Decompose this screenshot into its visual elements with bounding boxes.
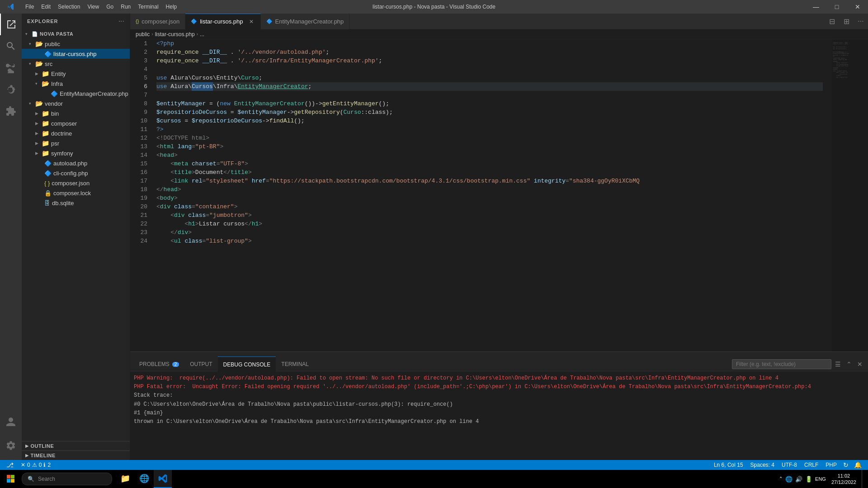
tray-eng[interactable]: ENG: [815, 476, 826, 482]
tree-composer-dir[interactable]: ▶ 📁 composer: [22, 118, 130, 128]
activity-icon-explorer[interactable]: [0, 14, 22, 35]
tree-listar-cursos[interactable]: 🔷 listar-cursos.php: [22, 49, 130, 59]
activity-icon-search[interactable]: [0, 35, 22, 57]
tab-entity-manager[interactable]: 🔷 EntityManagerCreator.php: [261, 14, 350, 29]
menu-view[interactable]: View: [84, 2, 103, 12]
code-line-14: <head>: [156, 151, 823, 160]
tree-cli-config[interactable]: 🔷 cli-config.php: [22, 168, 130, 178]
tray-network[interactable]: 🌐: [785, 476, 793, 483]
breadcrumb-sep-1: ›: [151, 32, 153, 37]
tree-public[interactable]: ▾ 📂 public: [22, 39, 130, 49]
filter-layout-icon[interactable]: ☰: [833, 360, 843, 369]
panel-tab-output[interactable]: OUTPUT: [184, 357, 217, 372]
titlebar: File Edit Selection View Go Run Terminal…: [0, 0, 868, 14]
status-sync[interactable]: ↻: [840, 460, 851, 470]
tree-db-sqlite[interactable]: 🗄 db.sqlite: [22, 198, 130, 208]
menu-go[interactable]: Go: [103, 2, 117, 12]
panel-tab-debug-console[interactable]: DEBUG CONSOLE: [218, 357, 276, 372]
status-line-ending[interactable]: CRLF: [801, 460, 822, 470]
panel-content[interactable]: PHP Warning: require(../../vendor/autolo…: [130, 372, 868, 460]
close-button[interactable]: ✕: [847, 0, 868, 14]
svg-rect-0: [7, 475, 10, 479]
tab-composer-json[interactable]: {} composer.json: [130, 14, 185, 29]
tree-composer-lock[interactable]: 🔒 composer.lock: [22, 188, 130, 198]
breadcrumb-symbol[interactable]: ...: [200, 31, 204, 38]
outline-header[interactable]: ▶ Outline: [22, 441, 130, 450]
tree-doctrine[interactable]: ▶ 📁 doctrine: [22, 128, 130, 138]
tree-infra[interactable]: ▾ 📂 Infra: [22, 79, 130, 89]
error-line-1: PHP Warning: require(../../vendor/autolo…: [134, 374, 864, 383]
tray-chevron[interactable]: ˄: [779, 476, 783, 483]
panel-tab-problems[interactable]: PROBLEMS 2: [134, 357, 184, 372]
minimize-button[interactable]: —: [806, 0, 826, 14]
status-language[interactable]: PHP: [822, 460, 840, 470]
tree-entity[interactable]: ▶ 📁 Entity: [22, 69, 130, 79]
timeline-arrow: ▶: [25, 453, 29, 458]
panel-filter-input[interactable]: [732, 359, 831, 369]
tree-symfony[interactable]: ▶ 📁 symfony: [22, 148, 130, 158]
tray-sound[interactable]: 🔊: [795, 476, 802, 483]
maximize-button[interactable]: □: [826, 0, 847, 14]
app-logo: [0, 0, 22, 14]
outline-arrow: ▶: [25, 444, 29, 448]
code-line-16: <title>Document</title>: [156, 168, 823, 177]
breadcrumb-public[interactable]: public: [136, 31, 150, 38]
code-line-21: <div class="jumbotron">: [156, 211, 823, 220]
menu-edit[interactable]: Edit: [38, 2, 54, 12]
breadcrumb-file[interactable]: listar-cursos.php: [155, 31, 195, 38]
status-cursor[interactable]: Ln 6, Col 15: [710, 460, 747, 470]
tray-battery[interactable]: 🔋: [805, 476, 812, 483]
tree-entity-manager[interactable]: 🔷 EntityManagerCreator.php: [22, 89, 130, 99]
code-content[interactable]: <?php require_once __DIR__ . '/../vendor…: [153, 39, 832, 352]
editor-more-actions[interactable]: ···: [854, 14, 868, 29]
menu-run[interactable]: Run: [117, 2, 134, 12]
taskbar-app-explorer[interactable]: 📁: [116, 470, 135, 488]
panel-expand-icon[interactable]: ⌃: [844, 360, 854, 369]
status-errors[interactable]: ✕ 0 ⚠ 0 ℹ 2: [18, 460, 53, 470]
status-spaces[interactable]: Spaces: 4: [747, 460, 778, 470]
taskbar-search[interactable]: 🔍 Search: [22, 473, 112, 485]
tree-vendor[interactable]: ▾ 📂 vendor: [22, 99, 130, 108]
menu-help[interactable]: Help: [162, 2, 181, 12]
taskbar-app-chrome[interactable]: 🌐: [135, 470, 154, 488]
stack-frame-0: #0 C:\Users\elton\OneDrive\Área de Traba…: [134, 400, 864, 409]
tree-src[interactable]: ▾ 📂 src: [22, 59, 130, 69]
status-notifications[interactable]: 🔔: [851, 460, 864, 470]
timeline-header[interactable]: ▶ Timeline: [22, 451, 130, 460]
status-branch[interactable]: ⎇: [4, 460, 18, 470]
menu-selection[interactable]: Selection: [54, 2, 84, 12]
code-line-13: <html lang="pt-BR">: [156, 142, 823, 151]
menu-terminal[interactable]: Terminal: [134, 2, 162, 12]
activity-icon-settings[interactable]: [0, 435, 22, 456]
taskbar-start[interactable]: [2, 470, 20, 488]
panel-close-icon[interactable]: ✕: [855, 360, 864, 369]
datetime-display[interactable]: 11:02 27/12/2022: [830, 473, 858, 486]
file-tree: ▾ 📄 NOVA PASTA ▾ 📂 public 🔷 listar-curso…: [22, 29, 130, 441]
sidebar-more-actions[interactable]: ···: [118, 17, 124, 25]
tree-composer-json[interactable]: { } composer.json: [22, 178, 130, 188]
activity-icon-account[interactable]: [0, 411, 22, 433]
tree-bin[interactable]: ▶ 📁 bin: [22, 108, 130, 118]
editor-layout-button[interactable]: ⊟: [825, 14, 839, 29]
panel-tab-terminal[interactable]: TERMINAL: [276, 357, 314, 372]
menu-file[interactable]: File: [22, 2, 38, 12]
show-desktop[interactable]: [862, 470, 864, 488]
tab-listar-cursos[interactable]: 🔷 listar-cursos.php ✕: [185, 14, 260, 29]
tree-root[interactable]: ▾ 📄 NOVA PASTA: [22, 29, 130, 39]
activity-icon-debug[interactable]: [0, 79, 22, 100]
tree-psr[interactable]: ▶ 📁 psr: [22, 138, 130, 148]
code-line-12: <!DOCTYPE html>: [156, 134, 823, 142]
taskbar-app-vscode[interactable]: [154, 470, 172, 488]
code-line-1: <?php: [156, 39, 823, 48]
status-encoding[interactable]: UTF-8: [778, 460, 801, 470]
sidebar-header: Explorer ···: [22, 14, 130, 29]
panel: PROBLEMS 2 OUTPUT DEBUG CONSOLE TERMINAL…: [130, 356, 868, 460]
tab-close-listar[interactable]: ✕: [248, 18, 255, 25]
code-line-2: require_once __DIR__ . '/../vendor/autol…: [156, 48, 823, 56]
activity-icon-source-control[interactable]: [0, 57, 22, 79]
activity-icon-extensions[interactable]: [0, 100, 22, 122]
h-scrollbar[interactable]: [130, 352, 868, 356]
tree-autoload[interactable]: 🔷 autoload.php: [22, 158, 130, 168]
sidebar-title: Explorer: [27, 19, 58, 24]
split-editor-button[interactable]: ⊞: [839, 14, 854, 29]
